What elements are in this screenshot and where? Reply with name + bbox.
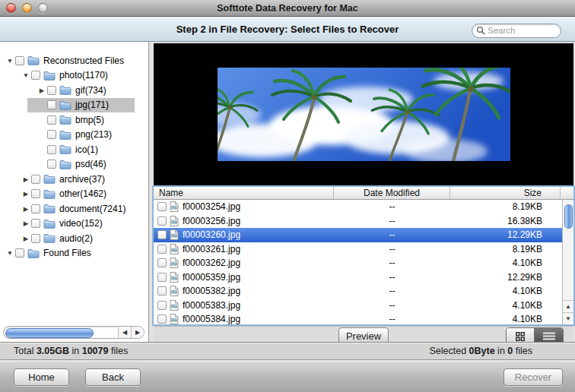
table-header: Name Date Modified Size <box>154 187 573 200</box>
scrollbar-thumb[interactable] <box>5 328 94 338</box>
sidebar-item-ico-1[interactable]: ico(1) <box>0 142 148 157</box>
file-checkbox[interactable] <box>157 245 167 254</box>
sidebar-item-gif-734[interactable]: ▶ gif(734) <box>0 83 148 98</box>
file-size: 12.29KB <box>450 272 561 283</box>
disclosure-icon[interactable]: ▶ <box>21 190 31 198</box>
jpeg-file-icon <box>170 272 179 283</box>
search-input[interactable] <box>472 24 561 38</box>
tree-item-label: video(152) <box>59 218 103 229</box>
table-vertical-scrollbar[interactable]: ▲ ▼ <box>562 200 573 324</box>
close-window-button[interactable] <box>6 3 16 13</box>
column-header-size[interactable]: Size <box>450 187 561 199</box>
disclosure-icon[interactable]: ▼ <box>5 249 15 257</box>
scroll-up-button[interactable]: ▲ <box>563 300 573 312</box>
disclosure-icon[interactable]: ▶ <box>21 175 31 183</box>
folder-icon <box>59 115 72 125</box>
back-button[interactable]: Back <box>85 368 141 386</box>
tree-item-label: Found Files <box>43 248 91 258</box>
file-checkbox[interactable] <box>157 202 167 211</box>
file-date-modified: -- <box>334 272 450 283</box>
tree-item-checkbox[interactable] <box>47 145 56 154</box>
file-row-f00003261-jpg[interactable]: f00003261.jpg -- 8.19KB <box>154 242 562 257</box>
list-view-icon <box>543 332 555 340</box>
scrollbar-thumb[interactable] <box>564 204 573 229</box>
sidebar-item-audio-2[interactable]: ▶ audio(2) <box>0 231 148 246</box>
file-checkbox[interactable] <box>157 301 167 310</box>
scroll-down-button[interactable]: ▼ <box>563 312 573 324</box>
folder-icon <box>27 55 40 65</box>
sidebar-item-document-7241[interactable]: ▶ document(7241) <box>0 201 148 217</box>
sidebar-item-found-files[interactable]: ▼ Found Files <box>0 246 148 261</box>
sidebar-item-psd-46[interactable]: psd(46) <box>0 157 148 172</box>
sidebar-item-other-1462[interactable]: ▶ other(1462) <box>0 187 148 202</box>
disclosure-icon[interactable]: ▼ <box>21 71 31 79</box>
minimize-window-button[interactable] <box>22 3 32 13</box>
file-checkbox[interactable] <box>157 258 167 267</box>
tree-item-checkbox[interactable] <box>31 234 40 243</box>
file-row-f00003256-jpg[interactable]: f00003256.jpg -- 16.38KB <box>154 214 562 229</box>
sidebar-item-reconstructed-files[interactable]: ▼ Reconstructed Files <box>0 53 148 68</box>
tree-item-label: png(213) <box>75 129 112 140</box>
total-files-status: Total 3.05GB in 10079 files <box>14 346 128 356</box>
file-checkbox[interactable] <box>157 230 167 239</box>
tree-item-checkbox[interactable] <box>47 115 56 125</box>
tree-item-checkbox[interactable] <box>31 175 40 184</box>
file-date-modified: -- <box>334 216 450 226</box>
tree-item-checkbox[interactable] <box>47 100 56 109</box>
disclosure-icon[interactable]: ▶ <box>21 205 31 213</box>
disclosure-icon[interactable]: ▶ <box>21 235 31 242</box>
file-row-f00005382-jpg[interactable]: f00005382.jpg -- 4.10KB <box>154 284 562 299</box>
file-date-modified: -- <box>334 229 450 240</box>
scroll-right-button[interactable]: ▶ <box>131 327 144 338</box>
sidebar-item-png-213[interactable]: png(213) <box>0 128 148 143</box>
sidebar-item-jpg-171[interactable]: jpg(171) <box>0 98 148 113</box>
column-header-name[interactable]: Name <box>154 187 334 199</box>
file-row-f00003260-jpg[interactable]: f00003260.jpg -- 12.29KB <box>154 228 562 242</box>
file-checkbox[interactable] <box>157 286 167 296</box>
recover-button[interactable]: Recover <box>504 368 563 386</box>
tree-item-checkbox[interactable] <box>47 86 56 95</box>
tree-item-checkbox[interactable] <box>15 56 24 65</box>
sidebar-item-archive-37[interactable]: ▶ archive(37) <box>0 172 148 187</box>
tree-item-checkbox[interactable] <box>31 204 40 213</box>
zoom-window-button[interactable] <box>38 3 48 13</box>
app-window: Softtote Data Recovery for Mac Step 2 in… <box>0 0 575 392</box>
disclosure-icon[interactable]: ▶ <box>21 220 31 227</box>
file-row-f00003254-jpg[interactable]: f00003254.jpg -- 8.19KB <box>154 200 562 214</box>
tree-item-checkbox[interactable] <box>15 248 24 258</box>
sidebar-horizontal-scrollbar[interactable]: ◀ ▶ <box>3 326 145 339</box>
file-checkbox[interactable] <box>157 217 167 226</box>
disclosure-icon[interactable]: ▼ <box>5 57 15 65</box>
file-name: f00003254.jpg <box>183 201 240 212</box>
tree-item-checkbox[interactable] <box>47 130 56 139</box>
scroll-left-button[interactable]: ◀ <box>118 327 131 338</box>
file-row-f00005383-jpg[interactable]: f00005383.jpg -- 4.10KB <box>154 299 562 313</box>
file-size: 12.29KB <box>450 229 561 240</box>
folder-icon <box>43 71 56 81</box>
tree-item-checkbox[interactable] <box>47 160 56 169</box>
tree-item-label: ico(1) <box>75 144 98 155</box>
folder-tree: ▼ Reconstructed Files ▼ photo(1170) ▶ <box>0 42 148 323</box>
tree-item-label: psd(46) <box>75 159 106 169</box>
file-date-modified: -- <box>334 258 450 268</box>
file-checkbox[interactable] <box>157 315 167 324</box>
title-bar[interactable]: Softtote Data Recovery for Mac <box>0 0 575 17</box>
folder-icon <box>27 248 40 258</box>
tree-item-checkbox[interactable] <box>31 219 40 228</box>
sidebar-item-photo-1170[interactable]: ▼ photo(1170) <box>0 68 148 84</box>
folder-icon <box>59 130 72 140</box>
file-row-f00003262-jpg[interactable]: f00003262.jpg -- 4.10KB <box>154 256 562 270</box>
sidebar-item-bmp-5[interactable]: bmp(5) <box>0 112 148 128</box>
image-preview-panel <box>154 43 573 185</box>
tree-item-checkbox[interactable] <box>31 189 40 198</box>
file-row-f00005384-jpg[interactable]: f00005384.jpg -- 4.10KB <box>154 312 562 324</box>
disclosure-icon[interactable]: ▶ <box>37 87 47 94</box>
tree-item-checkbox[interactable] <box>31 71 40 80</box>
tree-item-label: audio(2) <box>59 233 93 244</box>
file-size: 16.38KB <box>450 216 561 226</box>
file-checkbox[interactable] <box>157 273 167 282</box>
home-button[interactable]: Home <box>14 368 69 386</box>
sidebar-item-video-152[interactable]: ▶ video(152) <box>0 217 148 232</box>
column-header-date-modified[interactable]: Date Modified <box>334 187 450 199</box>
file-row-f00005359-jpg[interactable]: f00005359.jpg -- 12.29KB <box>154 270 562 285</box>
